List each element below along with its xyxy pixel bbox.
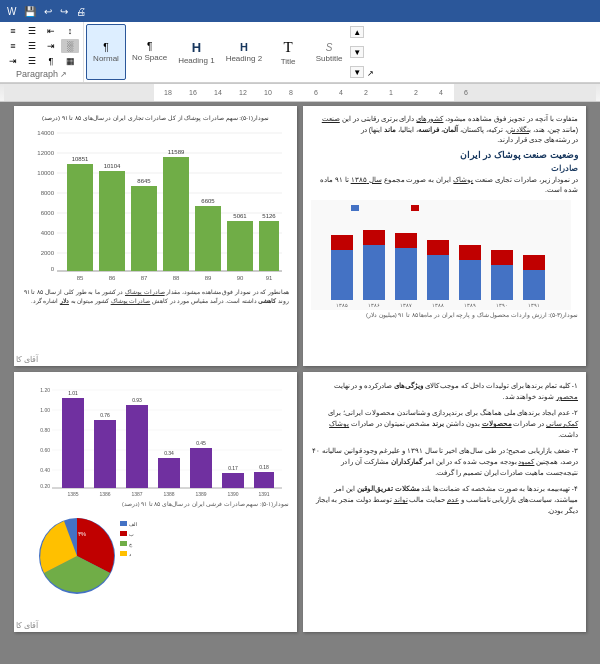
svg-text:10104: 10104 xyxy=(104,163,121,169)
svg-rect-37 xyxy=(163,157,189,271)
svg-text:86: 86 xyxy=(109,275,116,281)
svg-text:۱۳۸۹: ۱۳۸۹ xyxy=(464,302,476,308)
svg-rect-74 xyxy=(351,205,359,211)
svg-text:90: 90 xyxy=(237,275,244,281)
svg-text:8000: 8000 xyxy=(41,190,55,196)
style-no-space[interactable]: ¶ No Space xyxy=(127,24,172,80)
svg-text:0.45: 0.45 xyxy=(196,440,206,446)
page1-right-export-text: در نمودار زیر، صادرات تجاری صنعت پوشاک ا… xyxy=(311,175,578,196)
sort-btn[interactable]: ↕ xyxy=(61,24,79,38)
svg-text:6: 6 xyxy=(464,89,468,96)
svg-rect-39 xyxy=(195,206,221,271)
redo-icon[interactable]: ↪ xyxy=(57,4,71,19)
style-nospace-preview: ¶ xyxy=(147,42,152,52)
list-item-4: ۴- تهیه‌بیمه برندها به صورت مشخصه که ضما… xyxy=(311,483,578,516)
styles-scroll-up[interactable]: ▲ xyxy=(350,26,364,38)
svg-text:14: 14 xyxy=(214,89,222,96)
watermark-left2: آقای کا xyxy=(16,621,38,630)
style-heading2[interactable]: H Heading 2 xyxy=(221,24,267,80)
svg-text:الف: الف xyxy=(129,521,137,527)
style-nospace-label: No Space xyxy=(132,53,167,62)
page-2-right: ۱- کلیه تمام برندها برای تولیدات داخل که… xyxy=(303,372,586,632)
svg-text:6605: 6605 xyxy=(201,198,215,204)
svg-text:۱۳۸۶: ۱۳۸۶ xyxy=(368,302,380,308)
undo-icon[interactable]: ↩ xyxy=(41,4,55,19)
border-btn[interactable]: ▦ xyxy=(61,54,79,68)
svg-text:۱۳۸۵: ۱۳۸۵ xyxy=(336,302,348,308)
paragraph-mark-btn[interactable]: ¶ xyxy=(42,54,60,68)
svg-text:1.01: 1.01 xyxy=(68,390,78,396)
svg-text:1388: 1388 xyxy=(163,491,174,497)
svg-rect-61 xyxy=(459,260,481,300)
svg-text:1387: 1387 xyxy=(131,491,142,497)
svg-rect-99 xyxy=(222,473,244,488)
print-preview-icon[interactable]: 🖨 xyxy=(73,4,89,19)
svg-rect-112 xyxy=(120,531,127,536)
indent-btn[interactable]: ⇥ xyxy=(4,54,22,68)
svg-text:۱۳۹۰: ۱۳۹۰ xyxy=(496,302,508,308)
numbered-list-btn[interactable]: ☰ xyxy=(23,39,41,53)
svg-rect-97 xyxy=(190,448,212,488)
paragraph-dialog-icon[interactable]: ↗ xyxy=(60,70,67,79)
svg-rect-43 xyxy=(259,221,279,271)
bar-chart-2: 1.20 1.00 0.80 0.60 0.40 0.20 xyxy=(22,380,289,500)
style-title[interactable]: T Title xyxy=(268,24,308,80)
svg-rect-58 xyxy=(395,233,417,248)
style-subtitle-label: Subtitle xyxy=(316,54,343,63)
sort-buttons: ↕ ░ ▦ xyxy=(61,24,79,68)
style-subtitle[interactable]: S Subtitle xyxy=(309,24,349,80)
styles-scroll-down[interactable]: ▼ xyxy=(350,46,364,58)
style-heading1[interactable]: H Heading 1 xyxy=(173,24,219,80)
svg-text:12: 12 xyxy=(239,89,247,96)
paragraph-section: ≡ ≡ ⇥ ☰ ☰ ☰ ⇤ ⇥ ¶ ↕ ░ ▦ xyxy=(0,22,84,82)
section-exports: صادرات xyxy=(311,164,578,173)
svg-rect-95 xyxy=(158,458,180,488)
styles-dialog-icon: ↗ xyxy=(367,69,374,78)
styles-dialog-launcher[interactable]: ↗ xyxy=(365,24,376,80)
ribbon: W 💾 ↩ ↪ 🖨 ≡ ≡ ⇥ ☰ ☰ ☰ ⇤ xyxy=(0,0,600,84)
svg-text:۱۳۸۷: ۱۳۸۷ xyxy=(400,302,412,308)
watermark-left1: آقای کا xyxy=(16,355,38,364)
save-icon[interactable]: 💾 xyxy=(21,4,39,19)
svg-rect-66 xyxy=(523,255,545,270)
align-right-btn[interactable]: ≡ xyxy=(4,39,22,53)
bullet-list-btn[interactable]: ☰ xyxy=(23,24,41,38)
chart1-title: نمودار(۱-۵): سهم صادرات پوشاک از کل صادر… xyxy=(22,114,289,121)
styles-scroll-buttons: ▲ ▼ ▼ xyxy=(350,24,364,80)
svg-rect-114 xyxy=(120,551,127,556)
svg-rect-63 xyxy=(491,265,513,300)
page-1-left: نمودار(۱-۵): سهم صادرات پوشاک از کل صادر… xyxy=(14,106,297,366)
svg-text:14000: 14000 xyxy=(37,130,54,136)
page-1-right: متفاوت با آنچه در تجویز فوق مشاهده میشود… xyxy=(303,106,586,366)
page2-right-list: ۱- کلیه تمام برندها برای تولیدات داخل که… xyxy=(311,380,578,517)
word-icon[interactable]: W xyxy=(4,4,19,19)
shading-btn[interactable]: ░ xyxy=(61,39,79,53)
svg-text:0.34: 0.34 xyxy=(164,450,174,456)
align-left-btn[interactable]: ≡ xyxy=(4,24,22,38)
chart2-caption: نمودار(۳-۵): ارزش واردات محصول شاک و پار… xyxy=(311,311,578,318)
svg-rect-59 xyxy=(427,255,449,300)
svg-text:ب: ب xyxy=(129,531,134,537)
svg-rect-65 xyxy=(523,270,545,300)
svg-text:۳%: ۳% xyxy=(78,531,87,537)
page1-left-text: همانطور که در نمودار فوق مشاهده میشود، م… xyxy=(22,288,289,306)
svg-text:0.76: 0.76 xyxy=(100,412,110,418)
decrease-indent-btn[interactable]: ⇤ xyxy=(42,24,60,38)
ruler: 18 16 14 12 10 8 6 4 2 1 2 4 6 xyxy=(0,84,600,102)
style-normal[interactable]: ¶ Normal xyxy=(86,24,126,80)
page1-right-intro: متفاوت با آنچه در تجویز فوق مشاهده میشود… xyxy=(311,114,578,135)
svg-text:1: 1 xyxy=(389,89,393,96)
page-row-1: نمودار(۱-۵): سهم صادرات پوشاک از کل صادر… xyxy=(4,106,596,366)
svg-rect-53 xyxy=(331,250,353,300)
multilevel-list-btn[interactable]: ☰ xyxy=(23,54,41,68)
increase-indent-btn[interactable]: ⇥ xyxy=(42,39,60,53)
page-row-2: 1.20 1.00 0.80 0.60 0.40 0.20 xyxy=(4,372,596,632)
svg-text:2000: 2000 xyxy=(41,250,55,256)
svg-rect-111 xyxy=(120,521,127,526)
styles-more[interactable]: ▼ xyxy=(350,66,364,78)
svg-text:2: 2 xyxy=(364,89,368,96)
svg-text:6: 6 xyxy=(314,89,318,96)
svg-text:89: 89 xyxy=(205,275,212,281)
pages-container[interactable]: نمودار(۱-۵): سهم صادرات پوشاک از کل صادر… xyxy=(0,102,600,664)
style-normal-label: Normal xyxy=(93,54,119,63)
